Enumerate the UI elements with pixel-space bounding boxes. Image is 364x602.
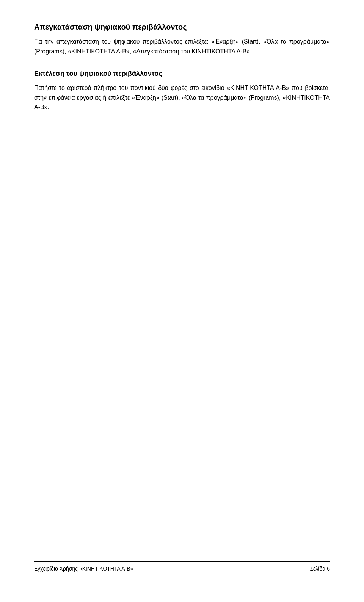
page-container: Απεγκατάσταση ψηφιακού περιβάλλοντος Για… [0,0,364,602]
section1-body: Για την απεγκατάσταση του ψηφιακού περιβ… [34,37,330,56]
main-content: Απεγκατάσταση ψηφιακού περιβάλλοντος Για… [34,23,330,561]
section1-block: Απεγκατάσταση ψηφιακού περιβάλλοντος Για… [34,23,330,56]
footer-left-text: Εγχειρίδιο Χρήσης «ΚΙΝΗΤΙΚΟΤΗΤΑ Α-Β» [34,566,133,572]
section1-title: Απεγκατάσταση ψηφιακού περιβάλλοντος [34,23,330,31]
section2-block: Εκτέλεση του ψηφιακού περιβάλλοντος Πατή… [34,70,330,112]
section2-body: Πατήστε το αριστερό πλήκτρο του ποντικιο… [34,83,330,112]
section2-title: Εκτέλεση του ψηφιακού περιβάλλοντος [34,70,330,78]
page-footer: Εγχειρίδιο Χρήσης «ΚΙΝΗΤΙΚΟΤΗΤΑ Α-Β» Σελ… [34,561,330,572]
footer-right-text: Σελίδα 6 [310,566,330,572]
